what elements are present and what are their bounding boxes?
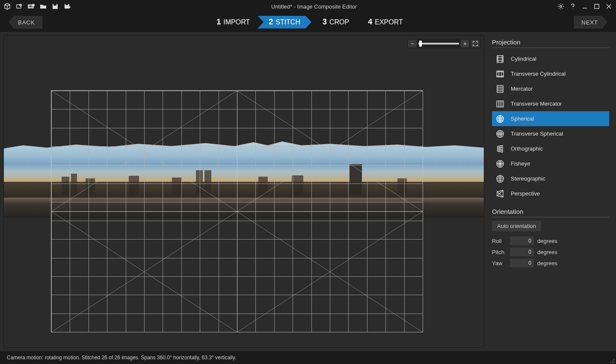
step-label: IMPORT — [223, 18, 250, 26]
title-bar: + Untitled* - Image Composite Editor — [0, 0, 616, 13]
projection-transverse-mercator[interactable]: Transverse Mercator — [492, 96, 609, 111]
settings-icon[interactable] — [557, 3, 565, 10]
projection-mercator[interactable]: Mercator — [492, 81, 609, 96]
zoom-slider-thumb[interactable] — [419, 41, 422, 47]
new-from-video-icon[interactable] — [27, 3, 35, 10]
projection-spherical[interactable]: Spherical — [492, 111, 609, 126]
auto-orientation-button[interactable]: Auto orientation — [492, 221, 541, 231]
orientation-yaw-input[interactable] — [510, 259, 534, 267]
orientation-row-pitch: Pitchdegrees — [492, 248, 609, 256]
zoom-slider[interactable] — [418, 43, 459, 44]
status-bar: Camera motion: rotating motion. Stitched… — [0, 351, 616, 364]
back-button[interactable]: BACK — [9, 16, 42, 29]
projection-label: Fisheye — [511, 160, 530, 167]
workflow-steps-bar: BACK 1IMPORT2STITCH3CROP4EXPORT NEXT — [0, 13, 616, 32]
zoom-fit-button[interactable] — [471, 40, 480, 47]
projection-icon — [495, 69, 505, 79]
projection-icon — [495, 159, 505, 169]
projection-heading: Projection — [492, 38, 609, 48]
zoom-controls: − + — [407, 39, 480, 48]
step-number: 3 — [323, 18, 327, 27]
projection-icon — [495, 114, 505, 124]
projection-icon — [495, 174, 505, 183]
orientation-unit: degrees — [537, 260, 557, 266]
minimize-icon[interactable] — [581, 3, 589, 10]
orientation-row-roll: Rolldegrees — [492, 237, 609, 245]
next-button[interactable]: NEXT — [574, 16, 607, 29]
projection-icon — [495, 54, 505, 64]
projection-icon — [495, 144, 505, 154]
svg-rect-8 — [595, 4, 599, 9]
svg-line-14 — [237, 211, 423, 332]
projection-icon — [495, 99, 505, 109]
status-text: Camera motion: rotating motion. Stitched… — [7, 355, 236, 361]
svg-rect-6 — [65, 4, 68, 5]
svg-text:+: + — [20, 4, 21, 6]
projection-label: Cylindrical — [511, 56, 536, 62]
open-icon[interactable] — [39, 3, 47, 10]
orientation-label: Roll — [492, 238, 506, 244]
orientation-roll-input[interactable] — [510, 237, 534, 245]
svg-rect-5 — [53, 4, 56, 6]
step-label: CROP — [329, 18, 349, 26]
projection-transverse-spherical[interactable]: Transverse Spherical — [492, 126, 609, 141]
projection-fisheye[interactable]: Fisheye — [492, 156, 609, 171]
step-label: STITCH — [275, 18, 300, 26]
projection-label: Spherical — [511, 115, 534, 122]
projection-label: Transverse Cylindrical — [511, 71, 566, 77]
new-panorama-icon[interactable] — [3, 3, 11, 10]
projection-icon — [495, 129, 505, 139]
projection-label: Mercator — [511, 86, 533, 92]
step-number: 1 — [216, 18, 221, 27]
step-label: EXPORT — [375, 18, 403, 26]
zoom-in-button[interactable]: + — [461, 40, 469, 47]
projection-label: Transverse Spherical — [511, 130, 563, 137]
orientation-pitch-input[interactable] — [510, 248, 534, 256]
projection-orthographic[interactable]: Orthographic — [492, 141, 609, 156]
step-import[interactable]: 1IMPORT — [205, 16, 258, 29]
zoom-out-button[interactable]: − — [408, 40, 417, 47]
svg-line-13 — [51, 211, 237, 332]
step-export[interactable]: 4EXPORT — [357, 16, 411, 29]
window-title: Untitled* - Image Composite Editor — [71, 3, 557, 10]
resize-grip[interactable] — [609, 358, 614, 363]
projection-label: Stereographic — [511, 175, 545, 182]
projection-label: Transverse Mercator — [511, 101, 562, 107]
projection-perspective[interactable]: Perspective — [492, 186, 609, 201]
save-icon[interactable] — [51, 3, 59, 10]
close-icon[interactable] — [605, 3, 613, 10]
projection-cylindrical[interactable]: Cylindrical — [492, 51, 609, 66]
projection-icon — [495, 84, 505, 94]
projection-label: Perspective — [511, 190, 540, 197]
orientation-unit: degrees — [537, 238, 557, 244]
help-icon[interactable] — [569, 3, 577, 10]
maximize-icon[interactable] — [593, 3, 601, 10]
orientation-unit: degrees — [537, 249, 557, 255]
new-from-images-icon[interactable]: + — [15, 3, 23, 10]
projection-stereographic[interactable]: Stereographic — [492, 171, 609, 186]
step-stitch[interactable]: 2STITCH — [258, 16, 311, 29]
side-panel: Projection CylindricalTransverse Cylindr… — [488, 32, 616, 351]
step-number: 2 — [269, 18, 273, 27]
svg-point-4 — [32, 4, 35, 6]
svg-point-7 — [560, 6, 562, 7]
viewport — [4, 59, 484, 347]
orientation-row-yaw: Yawdegrees — [492, 259, 609, 267]
save-as-icon[interactable] — [63, 3, 71, 10]
orientation-label: Yaw — [492, 260, 506, 266]
orientation-label: Pitch — [492, 249, 506, 255]
preview-canvas[interactable]: − + — [3, 35, 484, 348]
step-crop[interactable]: 3CROP — [311, 16, 357, 29]
projection-transverse-cylindrical[interactable]: Transverse Cylindrical — [492, 66, 609, 81]
orientation-heading: Orientation — [492, 208, 609, 217]
projection-icon — [495, 189, 505, 198]
step-number: 4 — [368, 18, 372, 27]
projection-label: Orthographic — [511, 145, 543, 152]
panorama-preview-image — [4, 141, 484, 218]
